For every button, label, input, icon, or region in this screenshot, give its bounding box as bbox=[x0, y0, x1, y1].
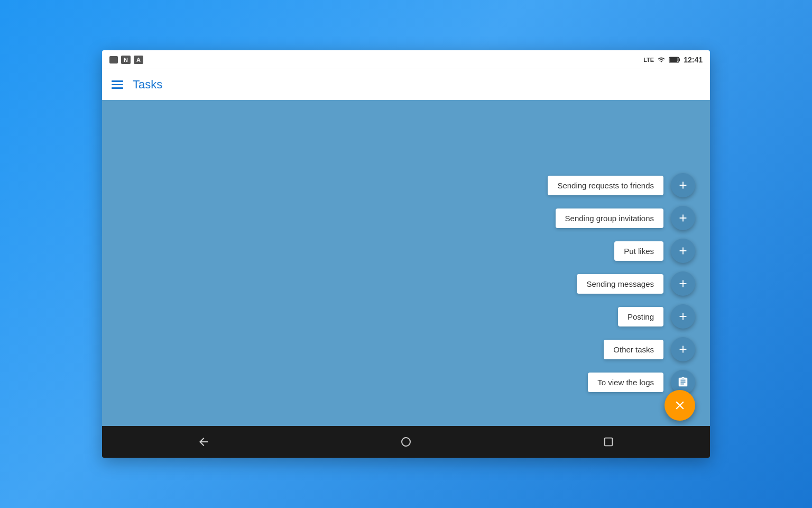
fab-label-send-messages[interactable]: Sending messages bbox=[577, 274, 663, 294]
fab-label-put-likes[interactable]: Put likes bbox=[614, 241, 663, 261]
app-toolbar: Tasks bbox=[102, 69, 710, 100]
fab-add-posting[interactable] bbox=[671, 304, 695, 329]
sd-card-icon bbox=[109, 56, 118, 64]
recents-button[interactable] bbox=[595, 429, 622, 455]
page-title: Tasks bbox=[133, 78, 162, 92]
fab-item-send-requests: Sending requests to friends bbox=[548, 173, 695, 197]
svg-rect-1 bbox=[670, 58, 677, 61]
home-button[interactable] bbox=[393, 429, 419, 455]
fab-add-put-likes[interactable] bbox=[671, 239, 695, 263]
fab-add-send-group[interactable] bbox=[671, 206, 695, 230]
fab-item-put-likes: Put likes bbox=[614, 239, 695, 263]
fab-add-send-messages[interactable] bbox=[671, 271, 695, 296]
fab-label-posting[interactable]: Posting bbox=[618, 307, 663, 326]
lte-icon: LTE bbox=[643, 57, 654, 63]
status-icons-left: N A bbox=[109, 56, 143, 64]
fab-item-send-messages: Sending messages bbox=[577, 271, 695, 296]
signal-icon bbox=[657, 56, 666, 64]
back-button[interactable] bbox=[190, 429, 217, 455]
fab-add-send-requests[interactable] bbox=[671, 173, 695, 197]
status-icons-right: LTE 12:41 bbox=[643, 56, 703, 64]
fab-label-send-group[interactable]: Sending group invitations bbox=[556, 208, 663, 228]
fab-label-other-tasks[interactable]: Other tasks bbox=[604, 340, 663, 359]
fab-label-view-logs[interactable]: To view the logs bbox=[588, 373, 663, 392]
fab-add-other-tasks[interactable] bbox=[671, 337, 695, 361]
fab-item-other-tasks: Other tasks bbox=[604, 337, 695, 361]
battery-icon bbox=[669, 56, 680, 64]
fab-main-button[interactable] bbox=[665, 390, 695, 421]
fab-item-send-group: Sending group invitations bbox=[556, 206, 695, 230]
main-content: Sending requests to friends Sending grou… bbox=[102, 100, 710, 426]
status-bar: N A LTE 12:41 bbox=[102, 50, 710, 69]
fab-speed-dial-menu: Sending requests to friends Sending grou… bbox=[548, 173, 695, 394]
svg-point-3 bbox=[402, 438, 410, 446]
fab-item-posting: Posting bbox=[618, 304, 695, 329]
svg-rect-4 bbox=[605, 438, 613, 446]
fab-label-send-requests[interactable]: Sending requests to friends bbox=[548, 176, 663, 195]
n-icon: N bbox=[121, 56, 131, 64]
hamburger-menu-icon[interactable] bbox=[112, 80, 123, 89]
device-frame: N A LTE 12:41 Tasks Sending req bbox=[102, 50, 710, 458]
time-display: 12:41 bbox=[684, 56, 703, 64]
navigation-bar bbox=[102, 426, 710, 458]
a-icon: A bbox=[134, 56, 143, 64]
